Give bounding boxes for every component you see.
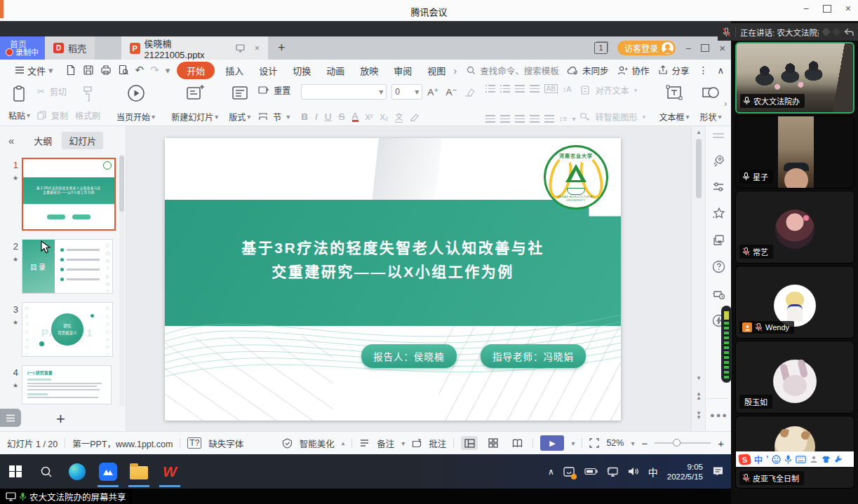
zoom-slider-knob[interactable]	[673, 439, 681, 447]
help-icon[interactable]	[712, 260, 725, 273]
justify-icon[interactable]	[530, 115, 539, 123]
tencent-meeting-taskbar-icon[interactable]	[93, 454, 123, 489]
panel-drag-handle[interactable]	[713, 133, 724, 135]
wps-taskbar-icon[interactable]: W	[154, 454, 185, 489]
animation-star-icon[interactable]: ★	[13, 175, 18, 182]
slide-thumbnail-2[interactable]: 目录 CONTENT	[22, 239, 113, 294]
decrease-indent-icon[interactable]	[515, 85, 525, 93]
new-doc-icon[interactable]	[65, 64, 76, 76]
zoom-in-button[interactable]: +	[718, 437, 724, 449]
ribbon-tab-review[interactable]: 审阅	[386, 64, 420, 77]
layout-button[interactable]: 版式▾	[226, 83, 253, 124]
slide-canvas[interactable]: 基于3R疗法的轻度失智老人认知改善与社 交重建研究——以X小组工作为例 河南农业…	[165, 138, 621, 421]
superscript-button[interactable]: X²	[366, 113, 373, 121]
zoom-out-button[interactable]: −	[641, 437, 648, 449]
align-text-button[interactable]: 对齐文本▾	[580, 84, 645, 96]
zoom-percent[interactable]: 52%	[606, 438, 624, 448]
close-icon[interactable]: ×	[845, 3, 851, 14]
shapes-button[interactable]: 形状▾	[697, 83, 725, 124]
beautify-button[interactable]: 智能美化	[300, 437, 335, 450]
slide-sorter-view-button[interactable]	[485, 436, 502, 450]
distribute-icon[interactable]	[544, 115, 554, 123]
align-center-icon[interactable]	[500, 115, 510, 123]
properties-icon[interactable]	[712, 182, 725, 193]
row-spacing-icon[interactable]: ↕≡	[559, 114, 568, 123]
reading-view-button[interactable]	[509, 436, 525, 450]
featured-tools-icon[interactable]	[712, 154, 725, 168]
ime-voice-icon[interactable]	[784, 455, 792, 464]
slides-tab[interactable]: 幻灯片	[62, 132, 103, 149]
wps-restore-icon[interactable]	[701, 44, 709, 52]
textbox-button[interactable]: 文本框▾	[657, 83, 692, 124]
pinyin-guide-button[interactable]: 文	[395, 111, 403, 123]
participant-tile-yinyuru[interactable]: 殷玉如	[735, 341, 854, 414]
fit-window-icon[interactable]	[589, 438, 599, 448]
participant-tile-xingzi[interactable]: 星子	[735, 116, 854, 189]
stamp-icon[interactable]	[712, 287, 725, 300]
start-button[interactable]	[0, 454, 31, 489]
share-button[interactable]: 分享	[658, 64, 689, 77]
restore-icon[interactable]	[823, 5, 831, 13]
slide-thumbnail-4[interactable]: (一) 研究背景	[22, 365, 112, 404]
redo-icon[interactable]: ↷	[150, 64, 159, 76]
copy-button[interactable]: 复制	[37, 109, 68, 121]
bullet-list-icon[interactable]	[485, 85, 495, 93]
back-arrow-icon[interactable]	[844, 28, 854, 36]
collapse-ribbon-icon[interactable]: ∧	[717, 65, 724, 76]
highlight-pen-icon[interactable]	[410, 113, 420, 121]
ribbon-tabs-overflow[interactable]: ›	[453, 64, 457, 76]
notes-caret[interactable]: ▾	[401, 440, 405, 447]
italic-button[interactable]: I	[315, 111, 318, 122]
beautify-caret[interactable]: ▴	[342, 440, 345, 447]
tab-document[interactable]: P 侯晓楠 21221005.pptx ×	[121, 36, 268, 60]
canvas-scrollbar[interactable]: ▴ ▾ ▴▴ ▾▾	[691, 126, 705, 431]
toolbar-expand-chevron[interactable]: ›	[724, 98, 727, 109]
convert-smartart-button[interactable]: 转智能图形▾	[580, 111, 645, 123]
ribbon-tab-design[interactable]: 设计	[251, 64, 285, 77]
ime-settings-icon[interactable]	[834, 455, 843, 463]
volume-icon[interactable]	[628, 467, 639, 476]
decrease-font-button[interactable]: A⁻	[445, 86, 457, 97]
file-menu[interactable]: 文件 ▾	[7, 64, 61, 77]
align-left-icon[interactable]	[485, 115, 495, 123]
play-from-current-button[interactable]: 当页开始▾	[114, 83, 158, 124]
print-preview-icon[interactable]	[118, 64, 129, 76]
animation-star-icon[interactable]: ★	[13, 382, 18, 389]
undo-icon[interactable]: ↶	[135, 64, 145, 76]
animation-star-icon[interactable]: ★	[13, 319, 18, 326]
wps-close-icon[interactable]: ×	[719, 42, 725, 54]
ime-indicator[interactable]: 中	[648, 465, 658, 479]
normal-view-button[interactable]	[461, 436, 478, 450]
align-right-icon[interactable]	[515, 115, 525, 123]
panel-scrollbar[interactable]	[119, 154, 124, 407]
taskbar-search-button[interactable]	[31, 454, 62, 489]
pages-badge[interactable]: 1	[594, 42, 608, 54]
network-display-icon[interactable]	[607, 467, 619, 477]
more-tools-button[interactable]: ●●●	[710, 411, 728, 419]
print-icon[interactable]	[100, 64, 112, 76]
scroll-up-icon[interactable]: ▴	[695, 129, 703, 135]
layout-switch-icon-2[interactable]	[832, 27, 841, 36]
zoom-slider[interactable]	[655, 442, 711, 444]
advisor-pill[interactable]: 指导老师：冯晓娟	[481, 344, 586, 368]
play-options-caret[interactable]: ▾	[571, 440, 575, 447]
share-screen-icon[interactable]	[236, 43, 245, 53]
ime-skin-icon[interactable]	[822, 455, 831, 463]
zoom-caret[interactable]: ▾	[631, 440, 634, 447]
notes-button[interactable]: 备注	[377, 437, 394, 450]
tab-home[interactable]: 首页 录制中	[0, 36, 45, 60]
ribbon-tab-start[interactable]: 开始	[177, 62, 215, 79]
ime-keyboard-icon[interactable]	[796, 456, 806, 463]
ime-account-icon[interactable]	[810, 455, 818, 463]
panel-collapse-icon[interactable]: «	[8, 135, 14, 147]
font-color-button[interactable]: A	[352, 112, 358, 122]
taskbar-clock[interactable]: 9:05 2022/5/15	[667, 462, 703, 482]
strikethrough-button[interactable]: S	[339, 111, 345, 122]
scroll-thumb[interactable]	[696, 139, 702, 198]
spacing-caret[interactable]: ▾	[572, 115, 575, 123]
collab-button[interactable]: 协作	[617, 64, 649, 77]
font-name-select[interactable]: ▾	[301, 84, 387, 100]
participant-tile-wendy[interactable]: Wendy	[735, 266, 854, 339]
tray-app-badge-icon[interactable]	[563, 465, 575, 478]
layout-switch-icon[interactable]	[822, 27, 831, 36]
